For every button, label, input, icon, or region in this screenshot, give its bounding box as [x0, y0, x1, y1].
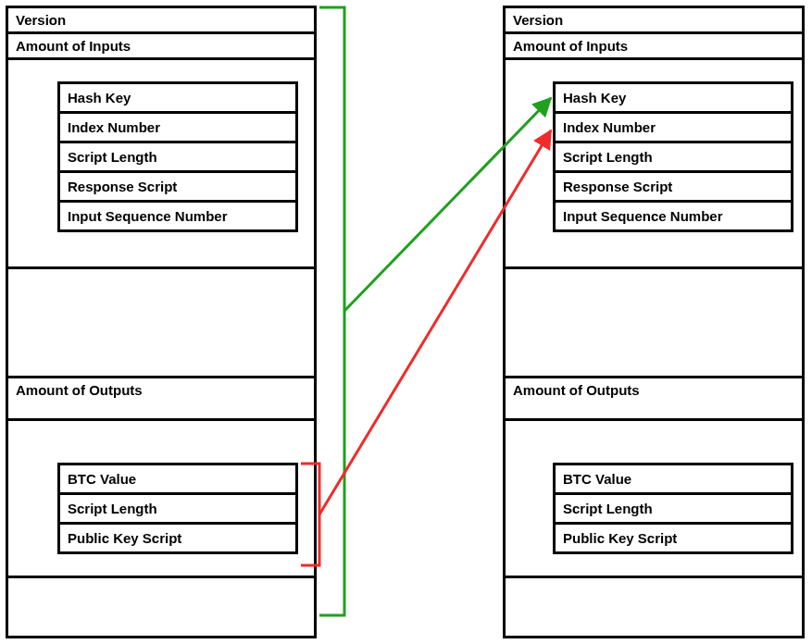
right-output-btc-value: BTC Value — [556, 465, 791, 495]
right-output-public-key-script: Public Key Script — [556, 525, 791, 551]
diagram-stage: Version Amount of Inputs Amount of Outpu… — [0, 0, 812, 644]
right-input-sequence-number: Input Sequence Number — [556, 203, 791, 229]
right-output-fields: BTC Value Script Length Public Key Scrip… — [553, 463, 793, 554]
right-input-response-script: Response Script — [556, 173, 791, 203]
left-input-sequence-number: Input Sequence Number — [60, 203, 295, 229]
left-output-btc-value: BTC Value — [60, 465, 295, 495]
right-middle-blank — [506, 269, 802, 378]
left-input-hash-key: Hash Key — [60, 84, 295, 114]
right-amount-inputs-row: Amount of Inputs — [506, 34, 802, 60]
right-version-row: Version — [506, 8, 802, 34]
left-output-script-length: Script Length — [60, 495, 295, 525]
left-input-index-number: Index Number — [60, 114, 295, 143]
right-input-hash-key: Hash Key — [556, 84, 791, 114]
left-version-row: Version — [8, 8, 314, 34]
right-output-script-length: Script Length — [556, 495, 791, 525]
right-input-index-number: Index Number — [556, 114, 791, 143]
left-footer-blank — [8, 578, 314, 604]
left-amount-outputs-row: Amount of Outputs — [8, 378, 314, 421]
left-input-fields: Hash Key Index Number Script Length Resp… — [57, 81, 298, 232]
left-output-fields: BTC Value Script Length Public Key Scrip… — [57, 463, 298, 554]
right-footer-blank — [506, 578, 802, 604]
left-input-response-script: Response Script — [60, 173, 295, 203]
right-input-script-length: Script Length — [556, 143, 791, 173]
right-amount-outputs-row: Amount of Outputs — [506, 378, 802, 421]
left-input-script-length: Script Length — [60, 143, 295, 173]
left-output-public-key-script: Public Key Script — [60, 525, 295, 551]
left-middle-blank — [8, 269, 314, 378]
left-amount-inputs-row: Amount of Inputs — [8, 34, 314, 60]
right-input-fields: Hash Key Index Number Script Length Resp… — [553, 81, 793, 232]
